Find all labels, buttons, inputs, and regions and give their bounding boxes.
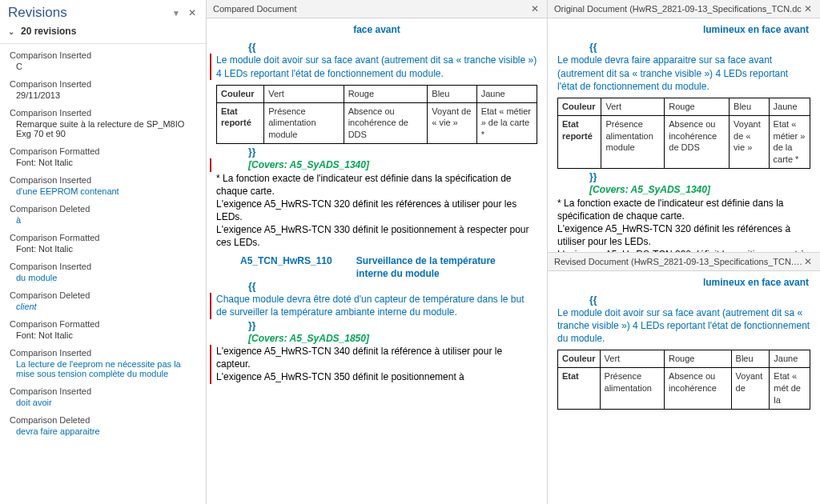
revision-item[interactable]: Comparison FormattedFont: Not Italic — [0, 143, 206, 172]
note-text: * La fonction exacte de l'indicateur est… — [216, 172, 537, 250]
requirement-body: Le module doit avoir sur sa face avant (… — [557, 306, 810, 346]
requirement-body: Chaque module devra être doté d'un capte… — [216, 293, 537, 318]
leds-table: CouleurVertRougeBleuJaune Etat reportéPr… — [216, 85, 537, 144]
revision-item[interactable]: Comparison FormattedFont: Not Italic — [0, 230, 206, 258]
open-braces: {{ — [557, 294, 810, 306]
revision-value: Font: Not Italic — [10, 329, 198, 340]
revision-item[interactable]: Comparison InsertedRemarque suite à la r… — [0, 105, 206, 143]
requirement-body: Le module doit avoir sur sa face avant (… — [216, 54, 537, 79]
revision-value: client — [10, 300, 198, 311]
revision-type: Comparison Inserted — [10, 175, 198, 185]
open-braces: {{ — [216, 280, 537, 293]
close-braces: }} — [216, 319, 537, 332]
requirement-title: Surveillance de la température interne d… — [356, 254, 517, 280]
revision-type: Comparison Deleted — [10, 415, 198, 425]
revision-type: Comparison Formatted — [10, 319, 198, 329]
close-icon[interactable]: ✕ — [802, 256, 814, 267]
close-icon[interactable]: ✕ — [529, 3, 541, 14]
revision-type: Comparison Inserted — [10, 262, 198, 271]
chevron-down-icon[interactable]: ⌄ — [8, 27, 14, 36]
leds-table: CouleurVertRougeBleuJaune EtatPrésence a… — [557, 350, 810, 409]
compared-body[interactable]: face avant {{ Le module doit avoir sur s… — [207, 18, 547, 504]
original-document-panel: Original Document (HwRS_2821-09-13_Speci… — [548, 0, 820, 252]
revision-item[interactable]: Comparison Inserteddoit avoir — [0, 383, 206, 412]
revision-type: Comparison Inserted — [10, 386, 198, 396]
revisions-count: 20 revisions — [21, 26, 76, 37]
revision-type: Comparison Inserted — [10, 50, 198, 60]
revision-type: Comparison Inserted — [10, 108, 198, 118]
revision-type: Comparison Formatted — [10, 146, 198, 156]
original-body[interactable]: lumineux en face avant {{ Le module devr… — [548, 18, 820, 252]
revised-body[interactable]: lumineux en face avant {{ Le module doit… — [548, 271, 820, 505]
revision-value: La lecture de l'eeprom ne nécessite pas … — [10, 358, 198, 378]
requirement-body: Le module devra faire apparaitre sur sa … — [557, 54, 810, 93]
revision-item[interactable]: Comparison Deleteddevra faire apparaitre — [0, 412, 206, 441]
section-heading: face avant — [216, 23, 537, 36]
revision-value: 29/11/2013 — [10, 89, 198, 100]
right-stack: Original Document (HwRS_2821-09-13_Speci… — [548, 0, 820, 504]
revisions-title: Revisions — [8, 5, 166, 21]
revision-value: à — [10, 214, 198, 225]
revision-item[interactable]: Comparison InsertedLa lecture de l'eepro… — [0, 345, 206, 383]
original-header: Original Document (HwRS_2821-09-13_Speci… — [554, 4, 802, 14]
compared-document-panel: Compared Document ✕ face avant {{ Le mod… — [207, 0, 548, 504]
note-text: * La fonction exacte de l'indicateur est… — [557, 197, 810, 252]
open-braces: {{ — [557, 41, 810, 54]
revision-item[interactable]: Comparison Deletedclient — [0, 287, 206, 316]
close-braces: }} — [216, 146, 537, 158]
close-icon[interactable]: ✕ — [802, 3, 814, 14]
close-braces: }} — [557, 170, 810, 183]
revised-document-panel: Revised Document (HwRS_2821-09-13_Specif… — [548, 252, 820, 505]
revision-item[interactable]: Comparison Inserted29/11/2013 — [0, 76, 206, 105]
revision-value: devra faire apparaitre — [10, 425, 198, 436]
close-icon[interactable]: ✕ — [187, 7, 198, 18]
dropdown-icon[interactable]: ▼ — [172, 9, 180, 18]
revision-type: Comparison Deleted — [10, 290, 198, 300]
revisions-list[interactable]: Comparison InsertedCComparison Inserted2… — [0, 44, 206, 504]
section-heading: lumineux en face avant — [557, 23, 810, 36]
revision-item[interactable]: Comparison InsertedC — [0, 47, 206, 76]
revision-value: Remarque suite à la relecture de SP_M8IO… — [10, 118, 198, 138]
revision-item[interactable]: Comparison FormattedFont: Not Italic — [0, 316, 206, 345]
revision-value: d'une EEPROM contenant — [10, 185, 198, 196]
revision-value: doit avoir — [10, 396, 198, 407]
revision-item[interactable]: Comparison Insertedd'une EEPROM contenan… — [0, 172, 206, 201]
revision-value: Font: Not Italic — [10, 242, 198, 254]
revision-type: Comparison Formatted — [10, 233, 198, 242]
revision-value: Font: Not Italic — [10, 156, 198, 167]
section-heading: lumineux en face avant — [557, 276, 810, 289]
revision-type: Comparison Inserted — [10, 348, 198, 358]
revision-value: du module — [10, 271, 198, 282]
revision-type: Comparison Inserted — [10, 79, 198, 89]
revision-type: Comparison Deleted — [10, 204, 198, 214]
covers-tag: [Covers: A5_SyADS_1850] — [216, 332, 537, 345]
revisions-panel: Revisions ▼ ✕ ⌄ 20 revisions Comparison … — [0, 0, 207, 504]
open-braces: {{ — [216, 41, 537, 54]
revised-header: Revised Document (HwRS_2821-09-13_Specif… — [554, 257, 802, 266]
note-text: L'exigence A5_HwRS-TCN 340 définit la ré… — [216, 345, 537, 384]
revision-value: C — [10, 60, 198, 71]
revision-item[interactable]: Comparison Inserteddu module — [0, 258, 206, 287]
leds-table: CouleurVertRougeBleuJaune Etat reportéPr… — [557, 98, 810, 169]
compared-header: Compared Document — [213, 4, 297, 14]
covers-tag: [Covers: A5_SyADS_1340] — [216, 158, 537, 171]
requirement-id: A5_TCN_HwRS_110 — [240, 254, 332, 280]
revision-item[interactable]: Comparison Deletedà — [0, 201, 206, 230]
covers-tag: [Covers: A5_SyADS_1340] — [557, 183, 810, 196]
